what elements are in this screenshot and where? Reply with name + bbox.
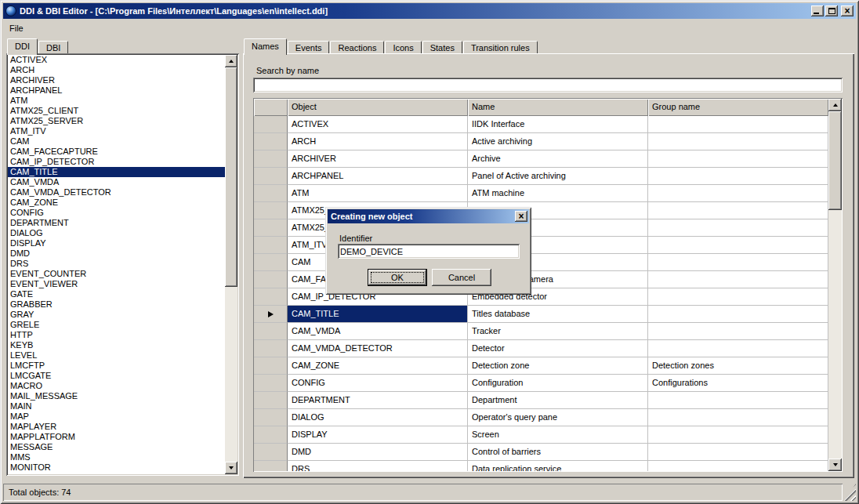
row-selector-cell[interactable] bbox=[254, 237, 288, 254]
grid-cell-group[interactable] bbox=[648, 202, 828, 219]
list-item[interactable]: LMCGATE bbox=[8, 371, 225, 381]
list-item[interactable]: CAM_VMDA bbox=[8, 177, 225, 187]
close-button[interactable]: × bbox=[841, 5, 854, 16]
row-selector-cell[interactable] bbox=[254, 306, 288, 323]
search-input[interactable] bbox=[253, 78, 843, 92]
list-scrollbar-thumb[interactable] bbox=[225, 67, 237, 287]
grid-cell-object[interactable]: ATM bbox=[288, 185, 468, 202]
list-item[interactable]: CONFIG bbox=[8, 208, 225, 218]
row-selector-cell[interactable] bbox=[254, 357, 288, 375]
tab-dbi[interactable]: DBI bbox=[38, 41, 68, 53]
grid-scrollbar-thumb[interactable] bbox=[828, 111, 842, 210]
grid-header-object[interactable]: Object bbox=[288, 99, 468, 116]
list-item[interactable]: CAM_FACECAPTURE bbox=[8, 147, 225, 157]
grid-cell-group[interactable] bbox=[648, 426, 828, 444]
grid-cell-name[interactable]: Department bbox=[468, 392, 648, 409]
grid-cell-group[interactable] bbox=[648, 444, 828, 461]
grid-cell-group[interactable] bbox=[648, 409, 828, 426]
grid-cell-object[interactable]: ARCHPANEL bbox=[288, 168, 468, 185]
row-selector-cell[interactable] bbox=[254, 219, 288, 237]
list-item[interactable]: GATE bbox=[8, 289, 225, 299]
grid-cell-group[interactable] bbox=[648, 306, 828, 323]
ok-button[interactable]: OK bbox=[368, 269, 427, 286]
grid-cell-name[interactable]: Panel of Active archiving bbox=[468, 168, 648, 185]
list-item[interactable]: HTTP bbox=[8, 330, 225, 340]
grid-header-group-name[interactable]: Group name bbox=[648, 99, 828, 116]
list-item[interactable]: MAP bbox=[8, 412, 225, 422]
dialog-title-bar[interactable]: Creating new object × bbox=[328, 209, 529, 223]
tab-names[interactable]: Names bbox=[244, 38, 287, 55]
grid-cell-name[interactable]: ATM machine bbox=[468, 185, 648, 202]
tab-events[interactable]: Events bbox=[288, 41, 330, 53]
menu-file[interactable]: File bbox=[3, 22, 30, 34]
row-selector-cell[interactable] bbox=[254, 392, 288, 409]
list-item[interactable]: CAM_VMDA_DETECTOR bbox=[8, 187, 225, 198]
grid-cell-group[interactable] bbox=[648, 219, 828, 237]
grid-cell-group[interactable] bbox=[648, 271, 828, 288]
identifier-input[interactable] bbox=[338, 244, 520, 259]
minimize-button[interactable] bbox=[811, 5, 824, 16]
list-item[interactable]: MAIL_MESSAGE bbox=[8, 391, 225, 401]
list-item[interactable]: ARCHIVER bbox=[8, 75, 225, 85]
grid-cell-group[interactable] bbox=[648, 392, 828, 409]
list-item[interactable]: MMS bbox=[8, 452, 225, 462]
grid-scrollbar[interactable] bbox=[828, 99, 842, 471]
cancel-button[interactable]: Cancel bbox=[432, 269, 491, 286]
grid-scroll-down-button[interactable] bbox=[828, 459, 842, 471]
tab-reactions[interactable]: Reactions bbox=[330, 41, 384, 53]
list-item[interactable]: EVENT_VIEWER bbox=[8, 279, 225, 289]
row-selector-cell[interactable] bbox=[254, 150, 288, 168]
grid-cell-group[interactable] bbox=[648, 150, 828, 168]
list-scroll-up-button[interactable] bbox=[225, 55, 237, 67]
row-selector-cell[interactable] bbox=[254, 271, 288, 288]
row-selector-cell[interactable] bbox=[254, 116, 288, 133]
grid-cell-group[interactable] bbox=[648, 288, 828, 306]
grid-cell-name[interactable]: Detection zone bbox=[468, 357, 648, 375]
row-selector-cell[interactable] bbox=[254, 426, 288, 444]
list-item[interactable]: DRS bbox=[8, 259, 225, 269]
list-item[interactable]: DISPLAY bbox=[8, 238, 225, 248]
list-scroll-down-button[interactable] bbox=[225, 462, 237, 474]
grid-cell-name[interactable]: Configuration bbox=[468, 375, 648, 392]
row-selector-cell[interactable] bbox=[254, 461, 288, 471]
grid-cell-group[interactable] bbox=[648, 340, 828, 357]
grid-cell-name[interactable]: IIDK Interface bbox=[468, 116, 648, 133]
grid-cell-object[interactable]: CAM_TITLE bbox=[288, 306, 468, 323]
grid-cell-group[interactable] bbox=[648, 185, 828, 202]
grid-cell-name[interactable]: Tracker bbox=[468, 323, 648, 340]
list-item[interactable]: DEPARTMENT bbox=[8, 218, 225, 228]
grid-cell-object[interactable]: DISPLAY bbox=[288, 426, 468, 444]
grid-cell-object[interactable]: CONFIG bbox=[288, 375, 468, 392]
list-item[interactable]: KEYB bbox=[8, 340, 225, 350]
grid-cell-group[interactable] bbox=[648, 323, 828, 340]
row-selector-cell[interactable] bbox=[254, 323, 288, 340]
grid-cell-name[interactable]: Active archiving bbox=[468, 133, 648, 150]
grid-cell-group[interactable] bbox=[648, 168, 828, 185]
title-bar[interactable]: DDI & DBI Editor - [C:\Program Files\Инт… bbox=[3, 3, 856, 19]
list-item[interactable]: CAM_TITLE bbox=[8, 167, 225, 177]
tab-icons[interactable]: Icons bbox=[385, 41, 421, 53]
list-item[interactable]: CAM_ZONE bbox=[8, 198, 225, 208]
grid-cell-object[interactable]: DEPARTMENT bbox=[288, 392, 468, 409]
list-item[interactable]: CAM bbox=[8, 136, 225, 147]
row-selector-cell[interactable] bbox=[254, 185, 288, 202]
grid-cell-name[interactable]: Archive bbox=[468, 150, 648, 168]
list-item[interactable]: GRAY bbox=[8, 310, 225, 320]
list-item[interactable]: LEVEL bbox=[8, 350, 225, 361]
list-item[interactable]: ARCHPANEL bbox=[8, 85, 225, 96]
list-item[interactable]: MACRO bbox=[8, 381, 225, 391]
grid-cell-group[interactable] bbox=[648, 116, 828, 133]
grid-cell-object[interactable]: DMD bbox=[288, 444, 468, 461]
row-selector-cell[interactable] bbox=[254, 444, 288, 461]
tab-states[interactable]: States bbox=[422, 41, 462, 53]
list-item[interactable]: ARCH bbox=[8, 65, 225, 75]
row-selector-cell[interactable] bbox=[254, 340, 288, 357]
row-selector-cell[interactable] bbox=[254, 168, 288, 185]
grid-cell-group[interactable]: Detection zones bbox=[648, 357, 828, 375]
grid-cell-group[interactable] bbox=[648, 254, 828, 271]
row-selector-cell[interactable] bbox=[254, 202, 288, 219]
list-item[interactable]: ATMX25_SERVER bbox=[8, 116, 225, 126]
grid-cell-object[interactable]: DRS bbox=[288, 461, 468, 471]
row-selector-cell[interactable] bbox=[254, 288, 288, 306]
grid-cell-object[interactable]: ARCHIVER bbox=[288, 150, 468, 168]
